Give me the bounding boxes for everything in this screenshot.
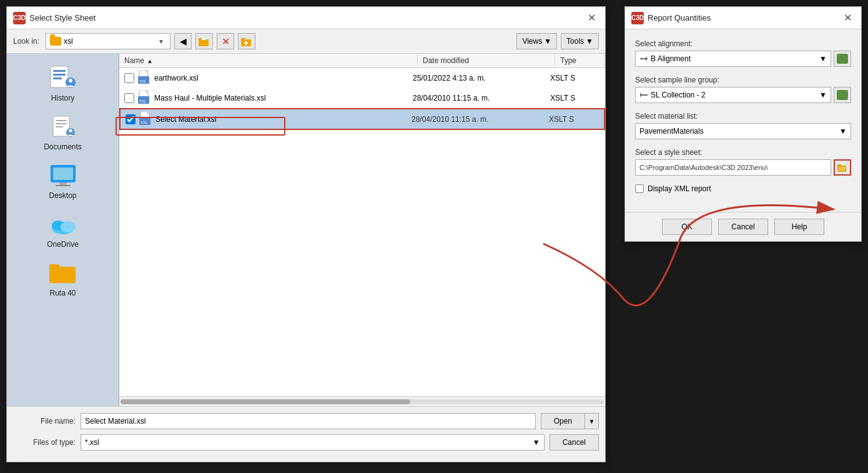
- file-name: earthwork.xsl: [154, 74, 413, 82]
- svg-rect-8: [53, 70, 66, 72]
- table-row[interactable]: XSL earthwork.xsl 25/01/2022 4:13 a. m. …: [119, 68, 605, 88]
- up-folder-button[interactable]: [195, 33, 213, 49]
- alignment-section: Select alignment: B Alignment ▼: [635, 39, 851, 67]
- dialog-bottom: File name: Open ▼ Files of type: *.xsl ▼…: [7, 406, 605, 462]
- sample-line-browse-icon: [837, 90, 848, 100]
- alignment-combo-row: B Alignment ▼: [635, 51, 851, 67]
- report-close-button[interactable]: ✕: [840, 11, 855, 26]
- file-date: 28/04/2010 11:15 a. m.: [413, 94, 550, 102]
- xml-report-checkbox[interactable]: [635, 184, 644, 193]
- sidebar-desktop-label: Desktop: [49, 191, 76, 200]
- sidebar-item-documents[interactable]: Documents: [7, 109, 119, 156]
- svg-rect-22: [56, 185, 71, 186]
- sidebar-history-label: History: [51, 94, 74, 102]
- material-list-section: Select material list: PavementMaterials …: [635, 112, 851, 139]
- svg-rect-20: [53, 167, 73, 180]
- file-checkbox[interactable]: [124, 73, 134, 83]
- file-date: 25/01/2022 4:13 a. m.: [413, 74, 550, 82]
- file-list-area: Name ▲ Date modified Type: [119, 54, 605, 406]
- report-titlebar: C3D Report Quantities ✕: [625, 7, 861, 29]
- file-list-header: Name ▲ Date modified Type: [119, 54, 605, 68]
- svg-point-12: [69, 79, 72, 82]
- tools-button[interactable]: Tools ▼: [561, 33, 599, 49]
- open-button-group: Open ▼: [541, 413, 599, 429]
- table-row[interactable]: XSL Select Material.xsl 28/04/2010 11:15…: [119, 108, 605, 130]
- help-button[interactable]: Help: [774, 219, 824, 235]
- cancel-button[interactable]: Cancel: [550, 434, 599, 451]
- browse-icon: [838, 55, 847, 62]
- report-buttons: OK Cancel Help: [625, 212, 861, 241]
- file-type: XSLT S: [550, 94, 600, 102]
- sample-line-combo-row: SL Collection - 2 ▼: [635, 87, 851, 103]
- new-folder-button[interactable]: [238, 33, 255, 49]
- ok-button[interactable]: OK: [662, 219, 712, 235]
- close-button[interactable]: ✕: [584, 11, 599, 26]
- alignment-combo[interactable]: B Alignment ▼: [635, 51, 831, 67]
- combo-dropdown-arrow: ▼: [156, 36, 166, 46]
- views-button[interactable]: Views ▼: [516, 33, 557, 49]
- svg-rect-9: [53, 74, 66, 76]
- back-button[interactable]: ◀: [174, 33, 192, 49]
- alignment-browse-icon: [837, 54, 848, 64]
- column-type-header[interactable]: Type: [555, 54, 605, 67]
- stylesheet-path: C:\ProgramData\Autodesk\C3D 2023\enu\: [635, 159, 831, 176]
- sample-line-label: Select sample line group:: [635, 76, 851, 84]
- column-date-header[interactable]: Date modified: [418, 54, 555, 67]
- folder-open-icon: [837, 163, 847, 172]
- look-in-combo[interactable]: xsl ▼: [46, 33, 170, 49]
- history-icon: [48, 65, 78, 91]
- filetype-label: Files of type:: [13, 438, 76, 447]
- sidebar-item-onedrive[interactable]: OneDrive: [7, 206, 119, 254]
- svg-rect-27: [49, 264, 59, 269]
- dialog-title: Select Style Sheet: [29, 13, 96, 22]
- alignment-browse-button[interactable]: [834, 51, 851, 67]
- file-checkbox[interactable]: [126, 114, 136, 124]
- sidebar-item-desktop[interactable]: Desktop: [7, 157, 119, 205]
- filename-input[interactable]: [81, 413, 536, 429]
- sample-line-section: Select sample line group: SL Collection …: [635, 76, 851, 103]
- scrollbar-track: [121, 399, 604, 404]
- sidebar-item-ruta40[interactable]: Ruta 40: [7, 255, 119, 302]
- svg-marker-41: [646, 56, 648, 61]
- file-checkbox[interactable]: [124, 93, 134, 103]
- dialog-body: History Documents: [7, 54, 605, 406]
- filetype-combo[interactable]: *.xsl ▼: [81, 434, 545, 451]
- delete-button[interactable]: ✕: [217, 33, 234, 49]
- sample-line-combo[interactable]: SL Collection - 2 ▼: [635, 87, 831, 103]
- report-dialog: C3D Report Quantities ✕ Select alignment…: [624, 6, 862, 242]
- open-button[interactable]: Open: [541, 413, 585, 429]
- svg-rect-7: [51, 66, 68, 87]
- sample-line-browse-button[interactable]: [834, 87, 851, 103]
- look-in-label: Look in:: [13, 37, 39, 46]
- report-body: Select alignment: B Alignment ▼: [625, 29, 861, 212]
- column-name-header[interactable]: Name ▲: [119, 54, 418, 67]
- svg-point-25: [61, 221, 76, 232]
- sample-line-icon: [639, 91, 648, 99]
- cancel-button[interactable]: Cancel: [718, 219, 768, 235]
- sidebar-ruta40-label: Ruta 40: [49, 289, 76, 297]
- svg-text:XSL: XSL: [139, 99, 147, 103]
- sidebar-onedrive-label: OneDrive: [47, 240, 79, 249]
- svg-rect-47: [839, 92, 842, 94]
- xml-report-label: Display XML report: [648, 184, 711, 193]
- folder-icon: [50, 37, 61, 46]
- sidebar-item-history[interactable]: History: [7, 60, 119, 107]
- stylesheet-browse-button[interactable]: [834, 159, 851, 176]
- table-row[interactable]: XSL Mass Haul - Multiple Materials.xsl 2…: [119, 88, 605, 108]
- file-dialog-titlebar: C3D Select Style Sheet ✕: [7, 7, 605, 29]
- sidebar: History Documents: [7, 54, 119, 406]
- material-list-combo[interactable]: PavementMaterials ▼: [635, 123, 851, 139]
- open-dropdown-button[interactable]: ▼: [585, 413, 599, 429]
- filename-label: File name:: [13, 417, 76, 426]
- alignment-label: Select alignment:: [635, 39, 851, 48]
- svg-rect-16: [56, 126, 63, 127]
- xsl-file-icon: XSL: [139, 111, 152, 127]
- svg-rect-43: [839, 56, 842, 58]
- horizontal-scrollbar[interactable]: [119, 396, 605, 406]
- file-list: XSL earthwork.xsl 25/01/2022 4:13 a. m. …: [119, 68, 605, 396]
- xsl-file-icon: XSL: [138, 70, 150, 86]
- stylesheet-label: Select a style sheet:: [635, 148, 851, 157]
- filetype-row: Files of type: *.xsl ▼ Cancel: [13, 434, 599, 451]
- svg-marker-45: [640, 92, 642, 97]
- file-type: XSLT S: [550, 74, 600, 82]
